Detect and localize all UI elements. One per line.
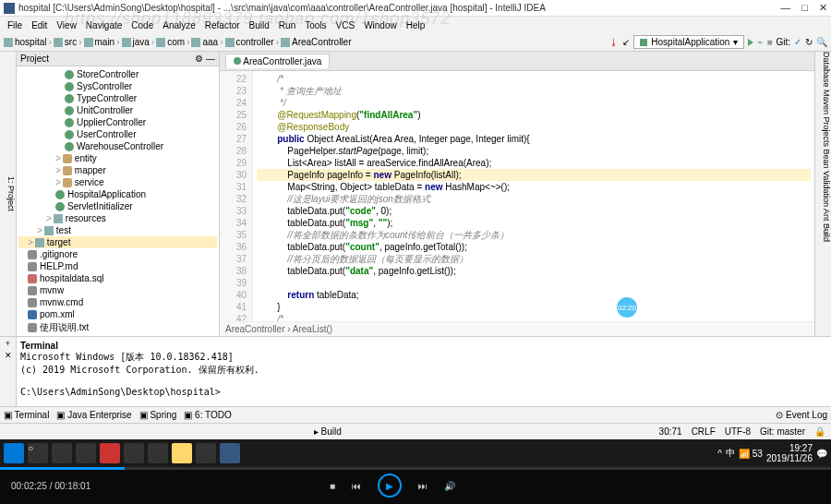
notification-icon[interactable]: 💬 xyxy=(816,449,827,459)
tree-item[interactable]: mvnw xyxy=(18,284,217,296)
tree-item[interactable]: HospitalApplication xyxy=(18,188,217,200)
tree-item[interactable]: SysController xyxy=(18,80,217,92)
stop-icon[interactable]: ■ xyxy=(766,37,772,47)
tree-item[interactable]: >service xyxy=(18,176,217,188)
tree-item[interactable]: .gitignore xyxy=(18,248,217,260)
ime-indicator[interactable]: 中 xyxy=(726,447,735,460)
menu-tools[interactable]: Tools xyxy=(301,18,330,32)
edge-icon[interactable] xyxy=(148,443,168,463)
breadcrumb-item[interactable]: com xyxy=(167,37,185,47)
tree-item[interactable]: hospitaldata.sql xyxy=(18,272,217,284)
windows-taskbar[interactable]: ○ ^ 中 📶 53 19:27 2019/11/26 💬 xyxy=(0,439,831,467)
menu-edit[interactable]: Edit xyxy=(28,18,51,32)
tree-item[interactable]: 使用说明.txt xyxy=(18,320,217,335)
run-config-selector[interactable]: HospitalApplication ▾ xyxy=(633,35,744,49)
git-pull-icon[interactable]: ✓ xyxy=(794,37,801,47)
chrome-icon[interactable] xyxy=(124,443,144,463)
wifi-icon[interactable]: 📶 53 xyxy=(739,449,763,459)
intellij-icon[interactable] xyxy=(220,443,240,463)
breadcrumb-item[interactable]: main xyxy=(95,37,115,47)
bottom-tab[interactable]: ▣ Spring xyxy=(139,410,177,420)
status-git[interactable]: Git: master xyxy=(760,426,805,437)
menu-window[interactable]: Window xyxy=(360,18,401,32)
tree-item[interactable]: >target xyxy=(18,236,217,248)
menu-refactor[interactable]: Refactor xyxy=(201,18,244,32)
menu-analyze[interactable]: Analyze xyxy=(159,18,199,32)
breadcrumb-item[interactable]: src xyxy=(65,37,77,47)
editor-tab[interactable]: AreaController.java xyxy=(225,54,330,68)
collapse-icon[interactable]: — xyxy=(206,54,215,64)
tree-item[interactable]: ServletInitializer xyxy=(18,200,217,212)
tree-item[interactable]: >test xyxy=(18,224,217,236)
tree-item[interactable]: UpplierController xyxy=(18,116,217,128)
maximize-icon[interactable]: □ xyxy=(801,2,808,14)
tree-item[interactable]: UnitController xyxy=(18,104,217,116)
breadcrumb-item[interactable]: hospital xyxy=(15,37,46,47)
status-encoding[interactable]: UTF-8 xyxy=(725,426,751,437)
terminal-add-icon[interactable]: + xyxy=(6,339,10,348)
status-position[interactable]: 30:71 xyxy=(659,426,682,437)
editor-crumb[interactable]: AreaController › AreaList() xyxy=(220,321,814,336)
menu-help[interactable]: Help xyxy=(403,18,429,32)
gear-icon[interactable]: ⚙ xyxy=(195,54,203,64)
menu-file[interactable]: File xyxy=(4,18,26,32)
tray-up-icon[interactable]: ^ xyxy=(717,449,722,459)
menu-build[interactable]: Build xyxy=(246,18,273,32)
breadcrumb-item[interactable]: java xyxy=(133,37,150,47)
breadcrumb-item[interactable]: controller xyxy=(236,37,274,47)
app-icon[interactable] xyxy=(100,443,120,463)
menu-code[interactable]: Code xyxy=(127,18,157,32)
menu-vcs[interactable]: VCS xyxy=(332,18,359,32)
tree-item[interactable]: TypeController xyxy=(18,92,217,104)
line-gutter[interactable]: 2223242526272829303132333435363738394041… xyxy=(220,71,253,321)
video-player[interactable]: 00:02:25 / 00:18:01 ■ ⏮ ▶ ⏭ 🔊 xyxy=(0,467,831,504)
search-icon[interactable]: ○ xyxy=(28,443,48,463)
tree-item[interactable]: >mapper xyxy=(18,164,217,176)
download-icon[interactable]: ⭳ xyxy=(609,37,619,47)
clock-time[interactable]: 19:27 xyxy=(766,443,813,453)
debug-icon[interactable]: ⌁ xyxy=(757,37,763,47)
stop-icon[interactable]: ■ xyxy=(330,481,335,491)
music-icon[interactable] xyxy=(196,443,216,463)
cortana-icon[interactable] xyxy=(52,443,72,463)
menu-run[interactable]: Run xyxy=(275,18,299,32)
tree-item[interactable]: WarehouseController xyxy=(18,140,217,152)
close-icon[interactable]: ✕ xyxy=(819,2,827,14)
tree-item[interactable]: HELP.md xyxy=(18,260,217,272)
tree-item[interactable]: >entity xyxy=(18,152,217,164)
menu-navigate[interactable]: Navigate xyxy=(82,18,126,32)
progress-bar[interactable] xyxy=(0,467,831,470)
taskview-icon[interactable] xyxy=(76,443,96,463)
minimize-icon[interactable]: — xyxy=(780,2,790,14)
next-icon[interactable]: ⏭ xyxy=(418,481,428,491)
bottom-tab[interactable]: ▣ Terminal xyxy=(4,410,49,420)
status-line-sep[interactable]: CRLF xyxy=(692,426,716,437)
tree-item[interactable]: pom.xml xyxy=(18,308,217,320)
bottom-tab[interactable]: ▣ 6: TODO xyxy=(184,410,231,420)
left-tool-strip[interactable]: 1: Project xyxy=(0,52,17,336)
right-tool-strip[interactable]: Database Maven Projects Bean Validation … xyxy=(814,52,831,336)
start-icon[interactable] xyxy=(4,443,24,463)
menu-view[interactable]: View xyxy=(53,18,80,32)
tree-item[interactable]: StoreController xyxy=(18,68,217,80)
play-button[interactable]: ▶ xyxy=(378,474,402,498)
clock-date[interactable]: 2019/11/26 xyxy=(766,453,813,463)
lock-icon[interactable]: 🔒 xyxy=(814,426,825,437)
terminal-body[interactable]: TerminalMicrosoft Windows [版本 10.0.18362… xyxy=(17,337,831,406)
prev-icon[interactable]: ⏮ xyxy=(352,481,361,491)
project-tree[interactable]: StoreControllerSysControllerTypeControll… xyxy=(17,66,219,336)
sync-icon[interactable]: ↙ xyxy=(622,37,630,47)
breadcrumb-item[interactable]: AreaController xyxy=(292,37,351,47)
tree-item[interactable]: mvnw.cmd xyxy=(18,296,217,308)
terminal-close-icon[interactable]: ✕ xyxy=(5,351,12,360)
breadcrumb[interactable]: hospital›src›main›java›com›aaa›controlle… xyxy=(4,37,609,47)
run-icon[interactable] xyxy=(748,39,753,46)
search-icon[interactable]: 🔍 xyxy=(816,37,827,47)
tree-item[interactable]: UserController xyxy=(18,128,217,140)
explorer-icon[interactable] xyxy=(172,443,192,463)
code-editor[interactable]: /* * 查询生产地址 */ @RequestMapping("findAllA… xyxy=(253,71,814,321)
bottom-tab[interactable]: ▣ Java Enterprise xyxy=(56,410,131,420)
tree-item[interactable]: >resources xyxy=(18,212,217,224)
event-log-tab[interactable]: ⊙ Event Log xyxy=(776,410,827,420)
breadcrumb-item[interactable]: aaa xyxy=(202,37,218,47)
